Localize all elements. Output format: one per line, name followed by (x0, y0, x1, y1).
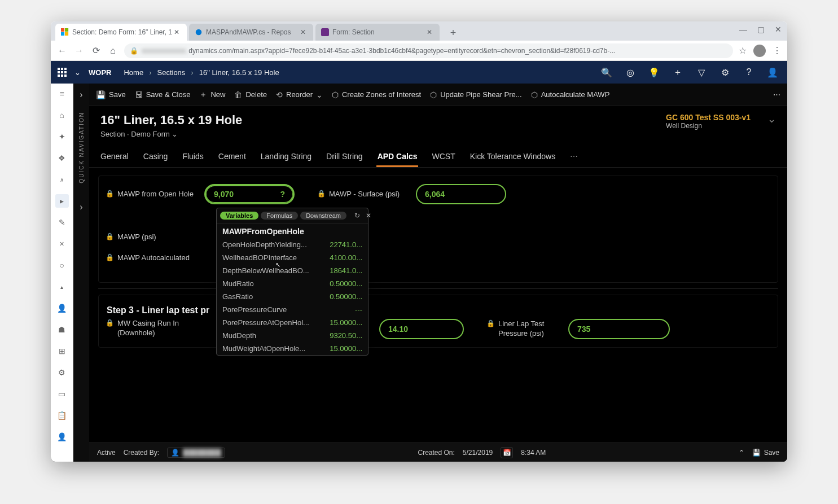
rail-item-icon[interactable]: ✦ (55, 130, 69, 143)
tabs-overflow-icon[interactable]: ⋯ (569, 146, 579, 167)
tab-general[interactable]: General (99, 146, 130, 167)
nav-reload-icon[interactable]: ⟳ (90, 45, 102, 56)
variable-row[interactable]: DepthBelowWellheadBO...18641.0... (217, 264, 368, 277)
window-minimize-icon[interactable]: — (739, 25, 747, 34)
rail-item-icon[interactable]: ▴ (55, 280, 69, 293)
save-close-button[interactable]: 🖫Save & Close (135, 90, 191, 99)
browser-tab[interactable]: MASPAndMAWP.cs - Repos ✕ (189, 24, 313, 41)
footer-save-button[interactable]: 💾 Save (752, 449, 779, 457)
tab-close-icon[interactable]: ✕ (425, 28, 434, 36)
rail-clipboard-icon[interactable]: 📋 (55, 409, 69, 422)
rail-home-icon[interactable]: ⌂ (55, 108, 69, 122)
user-icon[interactable]: 👤 (765, 67, 780, 78)
form-selector[interactable]: Demo Form ⌄ (131, 130, 178, 138)
field-liner-lap: 🔒Liner Lap Test Pressure (psi) 735 (486, 319, 670, 339)
variable-row[interactable]: GasRatio0.50000... (217, 290, 368, 303)
rail-gear-icon[interactable]: ⚙ (55, 366, 69, 379)
delete-button[interactable]: 🗑Delete (234, 90, 267, 99)
rail-item-icon[interactable]: ∧ (55, 173, 69, 186)
search-icon[interactable]: 🔍 (599, 67, 615, 78)
spine-expand-icon[interactable]: › (74, 88, 88, 102)
rail-menu-icon[interactable]: ≡ (55, 87, 69, 100)
overflow-menu-icon[interactable]: ⋯ (773, 90, 780, 99)
field-label: MAWP - Surface (psi) (329, 190, 400, 199)
workspace: ≡ ⌂ ✦ ❖ ∧ ▸ ✎ × ○ ▴ 👤 ☗ ⊞ ⚙ ▭ 📋 👤 › (51, 84, 787, 462)
mawp-open-hole-value[interactable]: 9,070 ? (204, 184, 295, 204)
header-expand-chevron-icon[interactable]: ⌄ (767, 113, 776, 125)
nav-home-icon[interactable]: ⌂ (107, 45, 119, 56)
help-icon[interactable]: ? (741, 67, 757, 77)
nav-area-chevron-icon[interactable]: ⌄ (74, 68, 81, 77)
update-pipe-button[interactable]: ⬡Update Pipe Shear Pre... (430, 90, 522, 99)
nav-back-icon[interactable]: ← (56, 45, 68, 56)
tab-close-icon[interactable]: ✕ (299, 28, 308, 36)
new-button[interactable]: ＋New (199, 90, 225, 100)
rail-item-icon[interactable]: ✎ (55, 216, 69, 229)
rail-item-icon[interactable]: ☗ (55, 323, 69, 336)
breadcrumb-item[interactable]: Sections (157, 68, 185, 77)
app-launcher-icon[interactable] (58, 68, 67, 77)
browser-menu-icon[interactable]: ⋮ (773, 45, 782, 56)
popup-tab-formulas[interactable]: Formulas (261, 212, 298, 220)
footer-collapse-icon[interactable]: ⌃ (739, 449, 744, 457)
tab-close-icon[interactable]: ✕ (172, 28, 181, 36)
gear-icon[interactable]: ⚙ (717, 67, 733, 78)
nav-forward-icon[interactable]: → (73, 45, 85, 56)
reference-link[interactable]: GC 600 Test SS 003-v1 (666, 113, 751, 122)
rail-item-icon[interactable]: ○ (55, 258, 69, 272)
tab-cement[interactable]: Cement (217, 146, 247, 167)
popup-tab-downstream[interactable]: Downstream (300, 212, 346, 220)
variable-row[interactable]: MudWeightAtOpenHole...15.0000... (217, 342, 368, 355)
variable-row[interactable]: MudRatio0.50000... (217, 277, 368, 290)
variable-row[interactable]: WellheadBOPInterface 4100.00... (217, 251, 368, 264)
tab-casing[interactable]: Casing (142, 146, 169, 167)
breadcrumb-item[interactable]: Home (124, 68, 143, 77)
help-question-icon[interactable]: ? (280, 190, 285, 199)
tab-fluids[interactable]: Fluids (181, 146, 204, 167)
current-casing-value[interactable]: 14.10 (379, 319, 464, 339)
create-zones-button[interactable]: ⬡Create Zones of Interest (332, 90, 421, 99)
profile-avatar-icon[interactable] (753, 45, 766, 57)
window-close-icon[interactable]: ✕ (775, 25, 782, 34)
popup-refresh-icon[interactable]: ↻ (354, 212, 360, 220)
rail-user-icon[interactable]: 👤 (55, 430, 69, 444)
tab-apd-calcs[interactable]: APD Calcs (376, 146, 419, 167)
autocalc-button[interactable]: ⬡Autocalculate MAWP (531, 90, 610, 99)
breadcrumb-item[interactable]: 16" Liner, 16.5 x 19 Hole (199, 68, 279, 77)
rail-item-icon[interactable]: ❖ (55, 151, 69, 165)
form-content[interactable]: 🔒MAWP from Open Hole 9,070 ? 🔒MAWP - Sur… (89, 168, 787, 442)
tab-drill-string[interactable]: Drill String (325, 146, 364, 167)
url-omnibox[interactable]: 🔒 xxxxxxxxxxxxx. dynamics.com /main.aspx… (124, 43, 733, 58)
variable-row[interactable]: MudDepth9320.50... (217, 329, 368, 342)
browser-tab[interactable]: Form: Section ✕ (315, 24, 440, 41)
popup-tab-variables[interactable]: Variables (220, 212, 258, 220)
liner-lap-value[interactable]: 735 (568, 319, 670, 339)
spine-arrow-icon[interactable]: › (74, 200, 88, 214)
tab-wcst[interactable]: WCST (431, 146, 456, 167)
mawp-surface-value[interactable]: 6,064 (416, 184, 506, 204)
add-icon[interactable]: ＋ (670, 67, 686, 78)
window-maximize-icon[interactable]: ▢ (757, 25, 765, 34)
bookmark-star-icon[interactable]: ☆ (739, 45, 747, 56)
lightbulb-icon[interactable]: 💡 (646, 67, 662, 78)
variable-row[interactable]: PorePressureAtOpenHol...15.0000... (217, 316, 368, 329)
rail-file-icon[interactable]: ▭ (55, 387, 69, 401)
reorder-button[interactable]: ⟲Reorder⌄ (276, 90, 323, 99)
variable-row[interactable]: OpenHoleDepthYielding...22741.0... (217, 238, 368, 251)
task-icon[interactable]: ◎ (622, 67, 638, 78)
popup-close-icon[interactable]: ✕ (366, 212, 371, 220)
save-button[interactable]: 💾Save (96, 90, 126, 99)
calendar-icon[interactable]: 📅 (501, 447, 513, 458)
new-tab-button[interactable]: + (445, 25, 461, 41)
filter-icon[interactable]: ▽ (694, 67, 709, 78)
rail-grid-icon[interactable]: ⊞ (55, 344, 69, 358)
popup-variable-list[interactable]: OpenHoleDepthYielding...22741.0... Wellh… (217, 238, 368, 355)
rail-item-icon[interactable]: × (55, 237, 69, 251)
tab-landing-string[interactable]: Landing String (260, 146, 313, 167)
rail-person-icon[interactable]: 👤 (55, 301, 69, 315)
created-by-person[interactable]: 👤 ████████ (167, 448, 225, 458)
rail-active-icon[interactable]: ▸ (55, 194, 69, 208)
tab-kick-tolerance[interactable]: Kick Tolerance Windows (469, 146, 556, 167)
browser-tab-active[interactable]: Section: Demo Form: 16" Liner, 1 ✕ (55, 24, 187, 41)
variable-row[interactable]: PorePressureCurve--- (217, 303, 368, 316)
